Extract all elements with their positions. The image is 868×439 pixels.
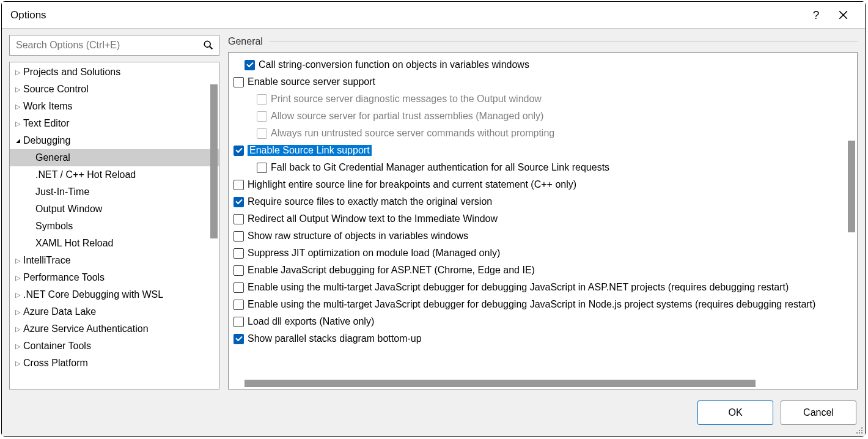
tree-item-general[interactable]: General (10, 149, 219, 166)
tree-item-label: Symbols (35, 221, 73, 232)
chevron-right-icon[interactable]: ▷ (13, 360, 22, 367)
option-label[interactable]: Highlight entire source line for breakpo… (248, 179, 576, 190)
checkbox[interactable] (234, 146, 244, 156)
svg-line-1 (210, 46, 212, 49)
search-input[interactable] (16, 40, 202, 51)
tree-item-symbols[interactable]: Symbols (10, 218, 219, 235)
tree-item-label: Azure Service Authentication (23, 323, 149, 334)
option-label[interactable]: Require source files to exactly match th… (248, 196, 492, 207)
option-label[interactable]: Suppress JIT optimization on module load… (248, 248, 500, 259)
checkbox[interactable] (234, 282, 244, 293)
close-button[interactable] (829, 2, 856, 29)
option-label[interactable]: Enable JavaScript debugging for ASP.NET … (248, 265, 535, 276)
option-row: Show parallel stacks diagram bottom-up (234, 330, 841, 347)
checkbox[interactable] (234, 231, 244, 242)
tree-item-azure-service-authentication[interactable]: ▷Azure Service Authentication (10, 320, 219, 338)
tree-item-label: Azure Data Lake (23, 306, 96, 317)
option-label[interactable]: Redirect all Output Window text to the I… (248, 213, 498, 224)
chevron-right-icon[interactable]: ▷ (13, 291, 22, 299)
option-row: Enable source server support (234, 73, 841, 90)
tree-item--net-c-hot-reload[interactable]: .NET / C++ Hot Reload (10, 166, 219, 183)
dialog-body: ▷Projects and Solutions▷Source Control▷W… (2, 29, 865, 436)
checkbox[interactable] (234, 214, 244, 224)
option-row: Enable using the multi-target JavaScript… (234, 296, 841, 313)
resize-grip-icon[interactable] (855, 426, 864, 435)
chevron-right-icon[interactable]: ▷ (13, 325, 22, 333)
chevron-right-icon[interactable]: ▷ (13, 274, 22, 282)
chevron-right-icon[interactable]: ▷ (13, 342, 22, 350)
option-row: Redirect all Output Window text to the I… (234, 210, 841, 227)
tree-item-label: Debugging (23, 135, 70, 146)
option-label[interactable]: Show raw structure of objects in variabl… (248, 231, 468, 242)
chevron-right-icon[interactable]: ▷ (13, 120, 22, 128)
options-horizontal-scrollbar[interactable] (245, 380, 756, 387)
checkbox[interactable] (234, 248, 244, 259)
svg-point-0 (204, 41, 210, 47)
dialog-title: Options (10, 9, 46, 21)
tree-item-label: Just-In-Time (35, 186, 89, 197)
right-column: General Call string-conversion function … (228, 35, 858, 389)
tree-item-label: Work Items (23, 101, 73, 112)
tree-item-intellitrace[interactable]: ▷IntelliTrace (10, 252, 219, 269)
checkbox[interactable] (234, 334, 244, 344)
options-pane: Call string-conversion function on objec… (228, 52, 858, 389)
chevron-right-icon[interactable]: ▷ (13, 308, 22, 316)
tree-item-work-items[interactable]: ▷Work Items (10, 98, 219, 115)
option-label[interactable]: Enable using the multi-target JavaScript… (248, 282, 789, 293)
svg-rect-4 (861, 430, 862, 431)
tree-item-label: Projects and Solutions (23, 67, 120, 78)
tree-item-just-in-time[interactable]: Just-In-Time (10, 183, 219, 201)
cancel-button[interactable]: Cancel (781, 400, 856, 425)
chevron-right-icon[interactable]: ▷ (13, 68, 22, 76)
checkbox[interactable] (234, 317, 244, 327)
tree-item--net-core-debugging-with-wsl[interactable]: ▷.NET Core Debugging with WSL (10, 286, 219, 303)
option-row: Call string-conversion function on objec… (234, 56, 841, 73)
option-label[interactable]: Enable Source Link support (248, 145, 372, 156)
tree-scrollbar[interactable] (210, 84, 218, 238)
svg-rect-3 (859, 430, 860, 431)
tree-item-xaml-hot-reload[interactable]: XAML Hot Reload (10, 235, 219, 252)
tree-item-container-tools[interactable]: ▷Container Tools (10, 338, 219, 355)
tree-item-text-editor[interactable]: ▷Text Editor (10, 115, 219, 132)
checkbox[interactable] (234, 180, 244, 190)
search-box[interactable] (9, 35, 219, 56)
close-icon (839, 10, 848, 20)
tree-item-debugging[interactable]: ◢Debugging (10, 132, 219, 149)
svg-rect-5 (856, 432, 858, 433)
tree-item-projects-and-solutions[interactable]: ▷Projects and Solutions (10, 64, 219, 81)
option-row: Allow source server for partial trust as… (234, 108, 841, 125)
chevron-right-icon[interactable]: ▷ (13, 86, 22, 94)
option-label[interactable]: Show parallel stacks diagram bottom-up (248, 333, 422, 344)
tree-item-cross-platform[interactable]: ▷Cross Platform (10, 355, 219, 372)
chevron-right-icon[interactable]: ▷ (13, 103, 22, 111)
option-label[interactable]: Load dll exports (Native only) (248, 316, 374, 327)
checkbox[interactable] (234, 197, 244, 207)
tree-item-source-control[interactable]: ▷Source Control (10, 81, 219, 98)
option-label[interactable]: Enable source server support (248, 76, 375, 87)
tree-item-performance-tools[interactable]: ▷Performance Tools (10, 269, 219, 286)
tree-item-label: Performance Tools (23, 272, 105, 283)
option-label[interactable]: Fall back to Git Credential Manager auth… (271, 162, 609, 173)
checkbox[interactable] (234, 77, 244, 87)
ok-button[interactable]: OK (697, 400, 773, 425)
option-row: Enable JavaScript debugging for ASP.NET … (234, 262, 841, 279)
chevron-down-icon[interactable]: ◢ (13, 138, 22, 144)
chevron-right-icon[interactable]: ▷ (13, 257, 22, 265)
checkbox[interactable] (245, 60, 255, 70)
options-vertical-scrollbar[interactable] (848, 141, 855, 232)
tree-item-label: XAML Hot Reload (35, 238, 113, 249)
tree-item-azure-data-lake[interactable]: ▷Azure Data Lake (10, 303, 219, 320)
option-row: Fall back to Git Credential Manager auth… (234, 159, 841, 176)
option-label[interactable]: Call string-conversion function on objec… (259, 59, 529, 70)
tree-item-output-window[interactable]: Output Window (10, 201, 219, 218)
checkbox[interactable] (234, 300, 244, 310)
checkbox[interactable] (257, 163, 267, 173)
button-row: OK Cancel (2, 389, 865, 436)
tree-item-label: General (35, 152, 70, 163)
help-button[interactable]: ? (803, 2, 829, 29)
tree-item-label: IntelliTrace (23, 255, 71, 266)
checkbox[interactable] (234, 265, 244, 276)
category-tree: ▷Projects and Solutions▷Source Control▷W… (9, 62, 219, 389)
option-label[interactable]: Enable using the multi-target JavaScript… (248, 299, 815, 310)
svg-rect-6 (859, 432, 860, 433)
